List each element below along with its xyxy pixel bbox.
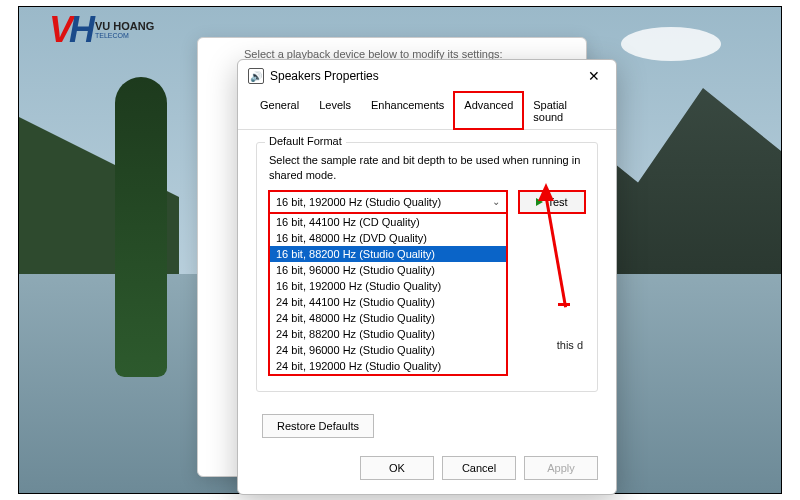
format-option[interactable]: 16 bit, 44100 Hz (CD Quality) bbox=[270, 214, 506, 230]
brand-logo: VH VU HOANG TELECOM bbox=[49, 9, 154, 51]
format-option[interactable]: 16 bit, 88200 Hz (Studio Quality) bbox=[270, 246, 506, 262]
ok-button[interactable]: OK bbox=[360, 456, 434, 480]
brand-sub: TELECOM bbox=[95, 32, 154, 39]
speaker-icon: 🔊 bbox=[248, 68, 264, 84]
format-option[interactable]: 24 bit, 192000 Hz (Studio Quality) bbox=[270, 358, 506, 374]
test-label: Test bbox=[547, 196, 567, 208]
format-option[interactable]: 16 bit, 192000 Hz (Studio Quality) bbox=[270, 278, 506, 294]
group-desc: Select the sample rate and bit depth to … bbox=[269, 153, 585, 183]
tab-advanced[interactable]: Advanced bbox=[454, 92, 523, 129]
dialog-title: Speakers Properties bbox=[270, 69, 582, 83]
tab-general[interactable]: General bbox=[250, 92, 309, 129]
format-option[interactable]: 24 bit, 88200 Hz (Studio Quality) bbox=[270, 326, 506, 342]
format-option[interactable]: 16 bit, 48000 Hz (DVD Quality) bbox=[270, 230, 506, 246]
format-selected: 16 bit, 192000 Hz (Studio Quality) bbox=[276, 196, 441, 208]
tab-levels[interactable]: Levels bbox=[309, 92, 361, 129]
tab-enhancements[interactable]: Enhancements bbox=[361, 92, 454, 129]
tab-spatial-sound[interactable]: Spatial sound bbox=[523, 92, 604, 129]
truncated-text: this d bbox=[557, 339, 583, 351]
default-format-group: Default Format Select the sample rate an… bbox=[256, 142, 598, 392]
cancel-button[interactable]: Cancel bbox=[442, 456, 516, 480]
restore-defaults-button[interactable]: Restore Defaults bbox=[262, 414, 374, 438]
apply-button[interactable]: Apply bbox=[524, 456, 598, 480]
format-option[interactable]: 16 bit, 96000 Hz (Studio Quality) bbox=[270, 262, 506, 278]
play-icon bbox=[536, 198, 543, 206]
format-option[interactable]: 24 bit, 48000 Hz (Studio Quality) bbox=[270, 310, 506, 326]
format-dropdown: 16 bit, 44100 Hz (CD Quality) 16 bit, 48… bbox=[269, 213, 507, 375]
test-button[interactable]: Test bbox=[519, 191, 585, 213]
tab-strip: General Levels Enhancements Advanced Spa… bbox=[238, 92, 616, 130]
close-button[interactable]: ✕ bbox=[582, 68, 606, 84]
chevron-down-icon: ⌄ bbox=[492, 196, 500, 207]
format-option[interactable]: 24 bit, 96000 Hz (Studio Quality) bbox=[270, 342, 506, 358]
format-option[interactable]: 24 bit, 44100 Hz (Studio Quality) bbox=[270, 294, 506, 310]
speakers-properties-dialog: 🔊 Speakers Properties ✕ General Levels E… bbox=[237, 59, 617, 495]
brand-name: VU HOANG bbox=[95, 21, 154, 32]
format-combo: 16 bit, 192000 Hz (Studio Quality) ⌄ 16 … bbox=[269, 191, 507, 213]
format-select[interactable]: 16 bit, 192000 Hz (Studio Quality) ⌄ bbox=[269, 191, 507, 213]
group-label: Default Format bbox=[265, 135, 346, 147]
